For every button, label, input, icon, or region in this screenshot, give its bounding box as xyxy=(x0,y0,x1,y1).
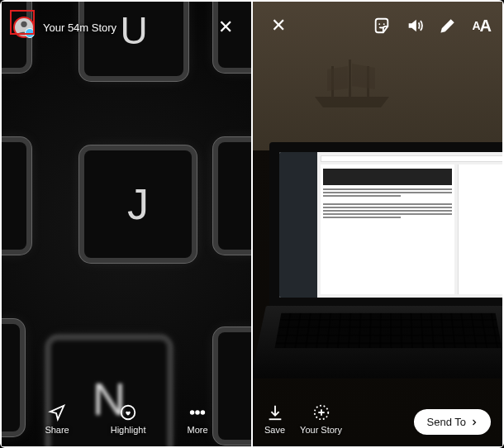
svg-rect-5 xyxy=(349,60,351,97)
highlight-button[interactable]: Highlight xyxy=(111,403,146,435)
story-title-label: Your 54m Story xyxy=(43,21,116,34)
svg-point-2 xyxy=(191,411,194,414)
more-label: More xyxy=(188,425,208,435)
more-dots-icon xyxy=(188,403,207,422)
captured-photo-background xyxy=(253,2,502,446)
save-button[interactable]: Save xyxy=(264,403,285,435)
your-story-label: Your Story xyxy=(300,425,342,435)
background-ship-model xyxy=(311,51,393,109)
svg-point-8 xyxy=(379,23,381,25)
highlight-heart-icon xyxy=(119,403,137,422)
paper-plane-icon xyxy=(48,403,66,422)
sound-icon[interactable] xyxy=(406,17,424,35)
chevron-right-icon xyxy=(469,417,479,427)
editor-toolbar: ✕ AA xyxy=(264,12,491,40)
callout-highlight-box xyxy=(10,10,35,35)
editor-bottom-actions: Save Your Story Send To xyxy=(264,403,491,435)
side-by-side-screens: U J N Your 54m Story ✕ Share xyxy=(0,0,504,448)
svg-point-9 xyxy=(383,23,385,25)
more-button[interactable]: More xyxy=(188,403,208,435)
save-label: Save xyxy=(264,425,285,435)
add-story-circle-icon xyxy=(312,403,330,422)
svg-point-4 xyxy=(202,411,205,414)
download-icon xyxy=(266,403,284,422)
story-photo-keyboard: U J N xyxy=(2,2,251,446)
close-icon[interactable]: ✕ xyxy=(212,13,240,41)
send-to-button[interactable]: Send To xyxy=(414,409,491,435)
draw-pen-icon[interactable] xyxy=(439,17,457,35)
story-viewer-actions: Share Highlight More xyxy=(2,403,251,435)
share-label: Share xyxy=(45,425,69,435)
laptop-in-photo xyxy=(266,142,502,374)
svg-point-3 xyxy=(196,411,199,414)
text-tool-icon[interactable]: AA xyxy=(472,17,491,36)
story-viewer-panel: U J N Your 54m Story ✕ Share xyxy=(2,2,251,446)
share-button[interactable]: Share xyxy=(45,403,69,435)
highlight-label: Highlight xyxy=(111,425,146,435)
story-editor-panel: ✕ AA Save xyxy=(253,2,502,446)
send-to-label: Send To xyxy=(427,416,466,428)
your-story-button[interactable]: Your Story xyxy=(300,403,342,435)
story-header: Your 54m Story ✕ xyxy=(13,13,240,41)
close-icon[interactable]: ✕ xyxy=(264,12,292,40)
keycap-j: J xyxy=(84,150,192,258)
sticker-icon[interactable] xyxy=(373,17,391,35)
